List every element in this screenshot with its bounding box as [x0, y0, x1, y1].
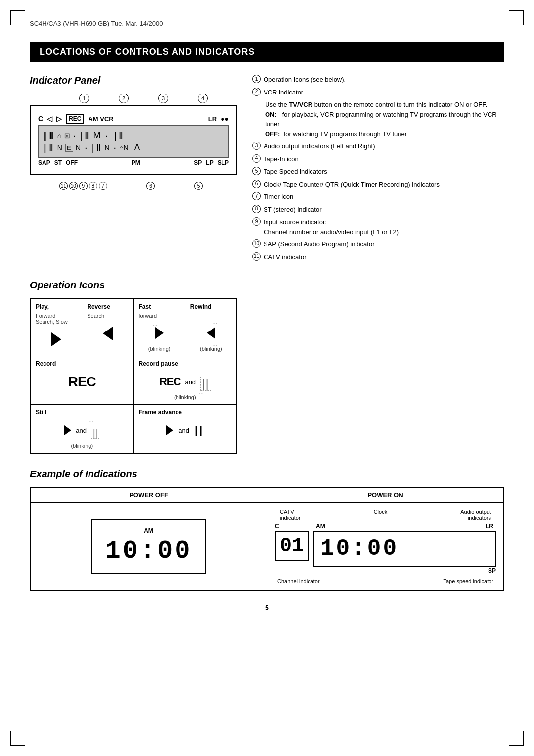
num-4: 4	[198, 94, 208, 103]
play-icon	[51, 332, 61, 346]
clock-label: Clock	[374, 509, 388, 520]
and-text-3: and	[178, 427, 189, 434]
indicator-panel-title: Indicator Panel	[30, 75, 237, 86]
list-item-4: 4 Tape-In icon	[252, 154, 504, 164]
catv-label: CATVindicator	[280, 509, 301, 520]
sp-label-on: SP	[488, 567, 496, 574]
op-cell-still: Still and || - - - - (blinking)	[31, 405, 134, 453]
op-row-2: Record REC Record pause REC and || - - -…	[31, 356, 236, 405]
off-label: OFF	[66, 159, 78, 166]
num-circle-8: 8	[252, 205, 261, 213]
time-display-on: 10:00	[320, 536, 489, 562]
rewind-blink-note: (blinking)	[190, 346, 231, 352]
op-cell-rewind: Rewind - - - - (blinking)	[185, 299, 236, 356]
rec-pause-blink: (blinking)	[139, 394, 232, 400]
audio-label: Audio outputindicators	[460, 509, 491, 520]
seg-row-2: |Ⅱ N ⊟ N · |Ⅱ N · ⌂N |Λ	[43, 142, 224, 153]
power-off-header: POWER OFF	[30, 488, 267, 502]
still-triangle	[64, 425, 71, 435]
op-cell-record-pause: Record pause REC and || - - - - (blinkin…	[134, 356, 237, 404]
op-cell-fast: Fast forward - - - - (b	[134, 299, 185, 356]
lr-label: LR	[208, 115, 217, 123]
slp-label: SLP	[218, 159, 229, 166]
rewind-icon: - - - -	[207, 325, 215, 342]
lp-label: LP	[206, 159, 213, 166]
pm-label: PM	[132, 159, 140, 166]
num-2: 2	[119, 94, 129, 103]
and-text-1: and	[185, 378, 196, 386]
op-cell-reverse: Reverse Search	[82, 299, 134, 356]
fast-forward-icon: - - - -	[155, 327, 164, 342]
st-label: ST	[54, 159, 62, 166]
op-icons-table: Play, ForwardSearch, Slow Reverse Search…	[30, 298, 237, 454]
channel-indicator-label: Channel indicator	[277, 578, 320, 584]
op-icons-title: Operation Icons	[30, 280, 504, 291]
num-circle-11: 11	[252, 252, 261, 261]
op-row-1: Play, ForwardSearch, Slow Reverse Search…	[31, 299, 236, 356]
rec-box: REC	[66, 114, 84, 124]
c-label-on: C	[275, 523, 279, 530]
and-text-2: and	[76, 427, 87, 434]
reverse-icon	[103, 327, 113, 340]
op-cell-frame-advance: Frame advance and ||	[134, 405, 237, 453]
num-circle-6: 6	[252, 180, 261, 188]
example-table: POWER OFF POWER ON AM 10:00	[30, 487, 504, 591]
pause-bars-icon: || - - - -	[200, 373, 211, 391]
still-bars-icon: || - - - -	[91, 422, 99, 440]
sap-label: SAP	[38, 159, 50, 166]
record-pause-rec: REC	[159, 376, 180, 388]
frame-advance-triangle	[166, 425, 173, 435]
label-c: C	[38, 115, 43, 123]
arrow-right: ▷	[56, 115, 62, 123]
num-3: 3	[158, 94, 168, 103]
op-cell-play: Play, ForwardSearch, Slow	[31, 299, 82, 356]
list-item-7: 7 Timer icon	[252, 192, 504, 202]
corner-mark-tl	[10, 10, 25, 25]
corner-mark-br	[509, 731, 524, 746]
op-row-3: Still and || - - - - (blinking) Frame ad…	[31, 405, 236, 453]
num-6: 6	[146, 182, 155, 190]
num-circle-9: 9	[252, 217, 261, 226]
num-5: 5	[194, 182, 203, 190]
indicator-list: 1 Operation Icons (see below). 2 VCR ind…	[252, 75, 504, 265]
num-circle-3: 3	[252, 142, 261, 150]
frame-bars-icon: ||	[195, 424, 204, 437]
record-dots: ●●	[221, 115, 229, 123]
fast-blink-note: (blinking)	[139, 346, 180, 352]
am-label-on: AM	[316, 523, 325, 530]
num-1: 1	[79, 94, 89, 103]
power-on-header: POWER ON	[267, 488, 504, 502]
page: SC4H/CA3 (VHR-H690 GB) Tue. Mar. 14/2000…	[0, 0, 534, 756]
example-title: Example of Indications	[30, 469, 504, 480]
corner-mark-bl	[10, 731, 25, 746]
num-circle-5: 5	[252, 167, 261, 175]
num-circle-10: 10	[252, 239, 261, 248]
time-display-off: 10:00	[105, 536, 192, 566]
sp-label: SP	[194, 159, 202, 166]
list-item-10: 10 SAP (Second Audio Program) indicator	[252, 239, 504, 249]
list-item-6: 6 Clock/ Tape Counter/ QTR (Quick Timer …	[252, 180, 504, 189]
corner-mark-tr	[509, 10, 524, 25]
list-item-8: 8 ST (stereo) indicator	[252, 205, 504, 215]
example-section: Example of Indications POWER OFF POWER O…	[30, 469, 504, 591]
record-icon: REC	[68, 374, 96, 390]
list-item-2: 2 VCR indicator	[252, 88, 504, 97]
list-item-5: 5 Tape Speed indicators	[252, 167, 504, 177]
lr-label-on: LR	[486, 523, 493, 530]
list-item-3: 3 Audio output indicators (Left and Righ…	[252, 142, 504, 151]
tape-speed-label: Tape speed indicator	[443, 578, 493, 584]
still-blink-note: (blinking)	[36, 443, 129, 449]
section-title: LOCATIONS OF CONTROLS AND INDICATORS	[30, 42, 504, 62]
list-item-9: 9 Input source indicator: Channel number…	[252, 217, 504, 236]
channel-display: 01	[275, 531, 309, 561]
num-circle-7: 7	[252, 192, 261, 200]
list-item-11: 11 CATV indicator	[252, 252, 504, 262]
arrow-left: ◁	[47, 115, 52, 123]
page-number: 5	[30, 604, 504, 612]
am-label-off: AM	[105, 527, 192, 534]
power-off-cell: AM 10:00	[30, 502, 267, 591]
seg-row-1: |Ⅱ ⌂ ⊡ · |Ⅱ M · |Ⅱ	[43, 130, 224, 141]
indicator-panel: C ◁ ▷ REC AM VCR LR ●● |Ⅱ ⌂	[30, 105, 237, 175]
op-cell-record: Record REC	[31, 356, 134, 404]
doc-id: SC4H/CA3 (VHR-H690 GB) Tue. Mar. 14/2000	[30, 20, 504, 27]
